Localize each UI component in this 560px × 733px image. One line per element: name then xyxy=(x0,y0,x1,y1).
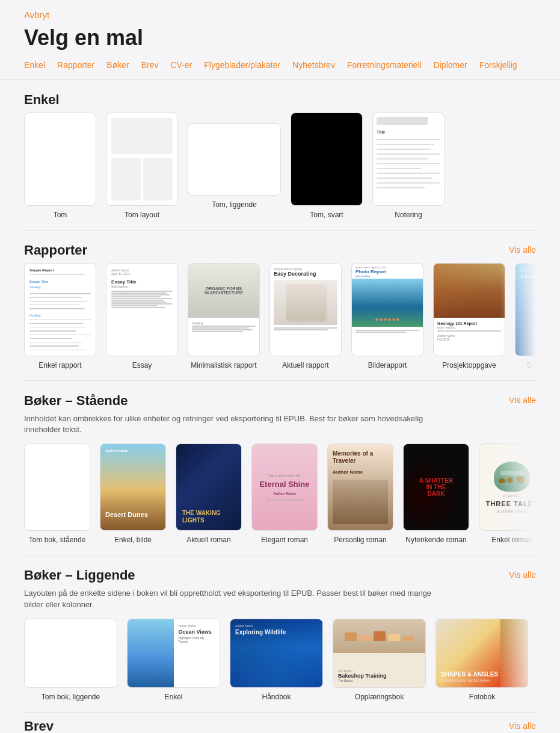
template-label: Nytenkende roman xyxy=(405,536,466,544)
tab-rapporter[interactable]: Rapporter xyxy=(57,60,94,70)
template-opplaeringsbok[interactable]: Kim Eitzen Bakeshop Training The Basics … xyxy=(333,619,426,701)
template-label: Aktuell rapport xyxy=(282,361,328,370)
section-title-brev: Brev xyxy=(24,719,54,733)
template-tom-liggende[interactable]: Tom, liggende xyxy=(188,113,281,219)
template-enkel-roman[interactable]: A NOVEL THREE TALES AUTHOR NAME Enkel ro… xyxy=(479,444,536,544)
template-prosjektoppgave[interactable]: Geology 101 Report topic heading Author … xyxy=(433,263,505,370)
section-boker-staende: Bøker – Stående Vis alle Innholdet kan o… xyxy=(0,381,560,550)
template-label: Enkel rapport xyxy=(38,361,81,370)
tab-diplomer[interactable]: Diplomer xyxy=(434,60,467,70)
template-tom[interactable]: Tom xyxy=(24,113,96,219)
template-label: Elegant roman xyxy=(261,536,308,544)
template-label: Prosjektoppgave xyxy=(442,361,496,370)
template-tom-svart[interactable]: Tom, svart xyxy=(291,113,363,219)
template-label: Enkel xyxy=(164,693,182,701)
template-tom-layout[interactable]: Tom layout xyxy=(106,113,178,219)
vis-alle-rapporter[interactable]: Vis alle xyxy=(509,245,536,255)
template-skolein[interactable]: Author Name · Cinematic 2448 A Voyage to… xyxy=(515,263,536,370)
template-label: Fotobok xyxy=(469,693,495,701)
template-handbok[interactable]: Author Name Exploring Wildlife Håndbok xyxy=(230,619,323,701)
template-label: Aktuell roman xyxy=(186,536,230,544)
template-label: Personlig roman xyxy=(334,536,386,544)
page-title: Velg en mal xyxy=(0,20,560,60)
section-boker-liggende: Bøker – Liggende Vis alle Layouten på de… xyxy=(0,555,560,707)
template-label: Tom bok, liggende xyxy=(42,693,100,701)
template-tom-bok-staende[interactable]: Tom bok, stående xyxy=(24,444,90,544)
tab-flygeblader[interactable]: Flygeblader/plakater xyxy=(204,60,280,70)
template-aktuell-rapport[interactable]: Simple Home Styling Easy Decorating Aktu… xyxy=(269,263,342,370)
section-rapporter: Rapporter Vis alle Simple Report Essay T… xyxy=(0,230,560,376)
template-label: Skolein… xyxy=(526,361,536,370)
template-fotobok[interactable]: SHAPES & ANGLES ARCHITECTURAL PHOTOGRAPH… xyxy=(435,619,529,701)
section-enkel: Enkel Tom Tom layout Tom, liggende xyxy=(0,80,560,225)
template-label: Bilderapport xyxy=(368,361,407,370)
template-elegant-roman[interactable]: Tap or click to add a title Eternal Shin… xyxy=(251,444,318,544)
section-subtitle-boker-staende: Innholdet kan ombrekkes for ulike enhete… xyxy=(24,413,445,435)
section-title-boker-liggende: Bøker – Liggende xyxy=(24,568,135,583)
vis-alle-brev[interactable]: Vis alle xyxy=(509,721,536,731)
template-enkel-rapport[interactable]: Simple Report Essay Title Heading Headin… xyxy=(24,263,96,370)
template-label: Tom, liggende xyxy=(212,200,257,209)
template-enkel-bilde[interactable]: Author Name Desert Dunes Enkel, bilde xyxy=(100,444,166,544)
vis-alle-boker-liggende[interactable]: Vis alle xyxy=(509,570,536,580)
template-label: Minimalistisk rapport xyxy=(191,361,256,370)
cancel-button[interactable]: Avbryt xyxy=(24,10,49,20)
template-aktuell-roman[interactable]: THE WAKING LIGHTS Aktuell roman xyxy=(176,444,242,544)
template-enkel-liggende[interactable]: Author Name Ocean Views Highlights From … xyxy=(127,619,220,701)
tab-brev[interactable]: Brev xyxy=(141,60,159,70)
template-tom-bok-liggende[interactable]: Tom bok, liggende xyxy=(24,619,117,701)
template-bilderapport[interactable]: Author Name · April 36, 2022 Photo Repor… xyxy=(351,263,423,370)
template-label: Tom, svart xyxy=(310,211,343,219)
section-brev: Brev Vis alle Sender Name Autho xyxy=(0,713,560,733)
section-subtitle-boker-liggende: Layouten på de enkelte sidene i boken vi… xyxy=(24,588,445,610)
tab-cver[interactable]: CV-er xyxy=(170,60,192,70)
template-label: Håndbok xyxy=(262,693,291,701)
template-label: Tom layout xyxy=(125,211,159,219)
section-title-rapporter: Rapporter xyxy=(24,243,87,258)
template-notering[interactable]: Title Notering xyxy=(372,113,445,219)
template-label: Enkel, bilde xyxy=(114,536,152,544)
nav-tabs: Enkel Rapporter Bøker Brev CV-er Flygebl… xyxy=(0,60,560,80)
template-label: Tom xyxy=(54,211,67,219)
tab-boker[interactable]: Bøker xyxy=(106,60,129,70)
template-minimalistisk-rapport[interactable]: ORGANIC FORMSIN ARCHITECTURE Heading Min… xyxy=(188,263,260,370)
tab-forretningsmateriell[interactable]: Forretningsmateriell xyxy=(347,60,422,70)
section-title-boker-staende: Bøker – Stående xyxy=(24,393,128,409)
template-label: Enkel roman xyxy=(491,536,532,544)
template-label: Tom bok, stående xyxy=(29,536,86,544)
template-label: Essay xyxy=(132,361,152,370)
section-title-enkel: Enkel xyxy=(24,92,60,108)
template-label: Notering xyxy=(395,211,422,219)
template-essay[interactable]: Author Name April 30, 2022 Essay Title S… xyxy=(106,263,178,370)
template-label: Opplæringsbok xyxy=(355,693,404,701)
tab-enkel[interactable]: Enkel xyxy=(24,60,45,70)
vis-alle-boker-staende[interactable]: Vis alle xyxy=(509,395,536,405)
tab-forskjellig[interactable]: Forskjellig xyxy=(479,60,517,70)
template-nytenkende-roman[interactable]: A SHATTERIN THEDARK Nytenkende roman xyxy=(403,444,469,544)
template-personlig-roman[interactable]: Memories of a Traveler Author Name Perso… xyxy=(327,444,393,544)
tab-nyhetsbrev[interactable]: Nyhetsbrev xyxy=(292,60,335,70)
